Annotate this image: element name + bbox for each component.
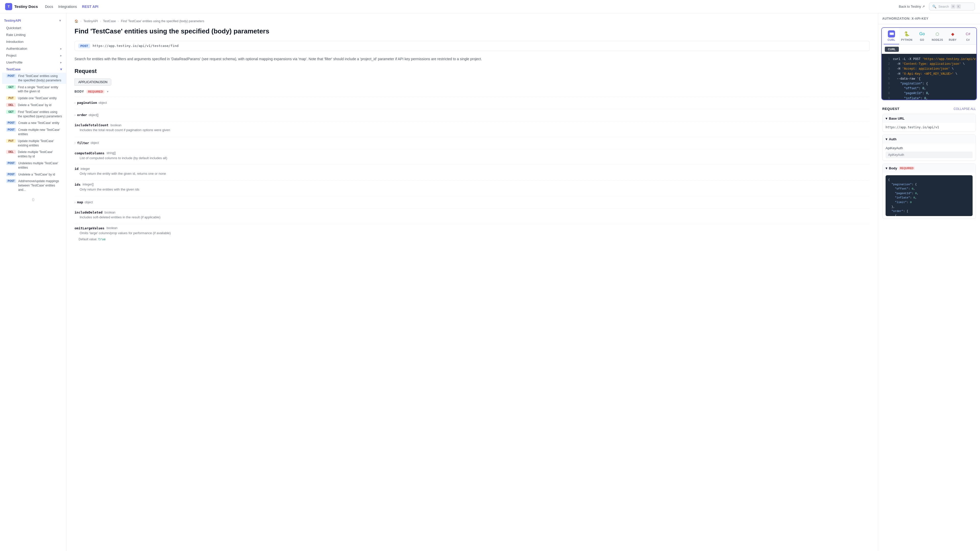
expand-icon-order: › [75,113,76,117]
nav-integrations[interactable]: Integrations [58,3,77,10]
sidebar-item-testcase[interactable]: TestCase ▾ [0,66,66,73]
sidebar-item-introduction[interactable]: Introduction [0,38,66,45]
sidebar-section-testinyapi-header[interactable]: TestinyAPI ▾ [0,16,66,24]
param-type-pagination: object [99,101,107,105]
param-ids-header: ids integer[] [75,183,870,186]
param-name-id: id [75,167,79,171]
lang-tabs: ⌨ CURL 🐍 PYTHON Go GO ⬡ NODEJS [882,28,977,44]
param-desc-id: Only return the entity with the given id… [75,171,870,178]
nav-docs[interactable]: Docs [45,3,53,10]
code-line-1: 1 curl -L -X POST 'https://app.testiny.i… [885,57,974,62]
endpoint-find-query[interactable]: GET Find 'TestCase' entities using the s… [2,109,66,120]
param-name-itc: includeTotalCount [75,123,108,127]
nav-right: Back to Testiny ↗ 🔍 Search ⌘ K [899,3,975,11]
back-to-testiny-link[interactable]: Back to Testiny ↗ [899,5,925,8]
auth-section-body: ApiKeyAuth ApiKeyAuth [883,144,976,161]
param-name-include-deleted: includeDeleted [75,210,103,214]
expand-icon-pagination: › [75,101,76,105]
nav-links: Docs Integrations REST API [45,3,98,10]
param-desc-include-deleted: Includes soft-deleted entities in the re… [75,214,870,222]
endpoint-create-new[interactable]: POST Create a new 'TestCase' entity [2,120,66,127]
search-keyboard-shortcut: ⌘ K [951,4,961,9]
param-map-header[interactable]: › map object [75,198,870,206]
method-badge-put: PUT [6,96,16,100]
body-section-header[interactable]: ▾ Body REQUIRED [883,164,976,173]
breadcrumb-testcase[interactable]: TestCase [103,19,116,23]
endpoint-find-single[interactable]: GET Find a single 'TestCase' entity with… [2,84,66,95]
param-pagination-header[interactable]: › pagination object [75,99,870,106]
auth-scheme-label: ApiKeyAuth [886,146,973,150]
sidebar-item-userprofile[interactable]: UserProfile ▸ [0,59,66,66]
lang-tab-nodejs[interactable]: ⬡ NODEJS [930,28,945,44]
param-type-ids: integer[] [83,183,94,186]
logo-link[interactable]: T Testiny Docs [5,3,38,10]
testcase-endpoints: POST Find 'TestCase' entities using the … [0,73,66,193]
param-cc-header: computedColumns string[] [75,151,870,155]
search-box[interactable]: 🔍 Search ⌘ K [929,3,975,11]
endpoint-find-body[interactable]: POST Find 'TestCase' entities using the … [2,73,66,84]
auth-scheme-value: ApiKeyAuth [886,151,973,158]
endpoint-delete-by-id[interactable]: DEL Delete a 'TestCase' by id [2,102,66,109]
params-list: › pagination object › order object[] inc… [75,97,870,243]
base-url-value: https://app.testiny.io/api/v1 [886,125,939,129]
nav-rest-api[interactable]: REST API [82,3,98,10]
sidebar-item-project[interactable]: Project ▸ [0,52,66,59]
code-block: 1 curl -L -X POST 'https://app.testiny.i… [882,54,977,100]
endpoint-update-multiple[interactable]: PUT Update multiple 'TestCase' existing … [2,138,66,149]
method-badge-post-2: POST [6,121,16,125]
sidebar-item-quickstart[interactable]: Quickstart [0,24,66,32]
sidebar-collapse-button[interactable]: ⟨⟩ [29,195,37,203]
breadcrumb-sep-2: › [100,19,101,23]
param-filter-header[interactable]: › filter object [75,139,870,147]
collapse-all-button[interactable]: COLLAPSE ALL [954,107,976,111]
curl-icon: ⌨ [888,30,895,38]
lang-tab-python[interactable]: 🐍 PYTHON [899,28,915,44]
lang-tab-go[interactable]: Go GO [915,28,930,44]
sidebar-item-authentication[interactable]: Authentication ▸ [0,45,66,52]
breadcrumb-testinyapi[interactable]: TestinyAPI [83,19,98,23]
param-computed-columns: computedColumns string[] List of compute… [75,149,870,165]
chevron-down-icon: ▾ [58,18,62,22]
param-type-cc: string[] [107,151,116,155]
body-label: BODY [75,90,84,94]
param-name-filter: filter [77,141,89,145]
param-order-header[interactable]: › order object[] [75,111,870,119]
param-olv-header: omitLargeValues boolean [75,226,870,230]
param-filter: › filter object [75,137,870,149]
method-badge-post-6: POST [6,179,16,183]
json-body-display: { "pagination": { "offset": 0, "pageAtId… [886,175,973,216]
tab-application-json[interactable]: APPLICATION/JSON [75,79,111,86]
param-map: › map object [75,196,870,208]
sidebar-section-testinyapi: TestinyAPI ▾ Quickstart Rate Limiting In… [0,16,66,193]
endpoint-update-one[interactable]: PUT Update one 'TestCase' entity [2,95,66,102]
lang-tab-csharp[interactable]: C# C# [960,28,976,44]
search-label: Search [939,5,949,8]
endpoint-add-mappings[interactable]: POST Add/remove/update mappings between … [2,178,66,193]
lang-tab-curl[interactable]: ⌨ CURL [884,28,899,44]
search-kbd-k: K [956,4,961,9]
param-id: id integer Only return the entity with t… [75,165,870,180]
param-desc-olv: Omits 'large' column/prop values for per… [75,230,870,238]
breadcrumb: 🏠 › TestinyAPI › TestCase › Find 'TestCa… [75,19,870,23]
page-title: Find 'TestCase' entities using the speci… [75,27,870,36]
body-header: BODY REQUIRED ▾ [75,90,870,94]
endpoint-undeletes-multiple[interactable]: POST Undeletes multiple 'TestCase' entit… [2,160,66,171]
method-badge-post: POST [6,74,16,78]
home-icon[interactable]: 🏠 [75,19,78,23]
top-nav: T Testiny Docs Docs Integrations REST AP… [0,0,980,13]
curl-sub-tab-button[interactable]: CURL [885,47,899,52]
endpoint-delete-multiple[interactable]: DEL Delete multiple 'TestCase' entities … [2,149,66,160]
param-desc-itc: Includes the total result count if pagin… [75,127,870,135]
sidebar-item-rate-limiting[interactable]: Rate Limiting [0,32,66,38]
auth-section-header[interactable]: ▾ Auth [883,135,976,144]
param-type-order: object[] [89,113,99,117]
base-url-section: ▾ Base URL https://app.testiny.io/api/v1 [882,114,976,132]
lang-tab-ruby[interactable]: ◆ RUBY [945,28,960,44]
endpoint-create-multiple[interactable]: POST Create multiple new 'TestCase' enti… [2,127,66,138]
endpoint-undelete-one[interactable]: POST Undelete a 'TestCase' by id [2,171,66,178]
method-badge-post-4: POST [6,161,16,165]
lang-scroll-right-button[interactable]: › [976,33,977,39]
base-url-header[interactable]: ▾ Base URL [883,114,976,123]
right-panel-inner: AUTHORIZATION: X-API-KEY ⌨ CURL 🐍 PYTHON… [878,13,980,225]
python-icon: 🐍 [903,30,910,38]
